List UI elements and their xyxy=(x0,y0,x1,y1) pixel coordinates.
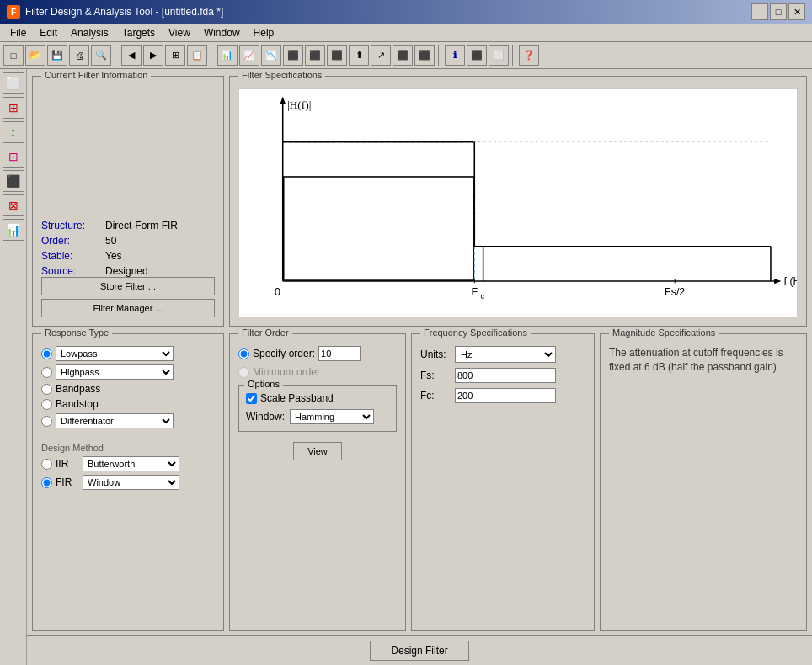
response-bandpass-radio[interactable] xyxy=(41,384,52,395)
tool-box1[interactable]: ⬛ xyxy=(467,45,487,66)
sidebar-icon-3[interactable]: ↕ xyxy=(3,121,24,143)
response-bandstop-radio[interactable] xyxy=(41,399,52,410)
menu-window[interactable]: Window xyxy=(197,25,247,40)
mag-spec-title: Magnitude Specifications xyxy=(609,327,719,338)
left-sidebar: ⬜ ⊞ ↕ ⊡ ⬛ ⊠ 📊 xyxy=(0,69,27,665)
units-select[interactable]: Hz kHz MHz Normalized xyxy=(455,346,556,363)
tool-find[interactable]: 🔍 xyxy=(91,45,111,66)
design-iir-select[interactable]: Butterworth xyxy=(83,456,179,471)
toolbar: □ 📂 💾 🖨 🔍 ◀ ▶ ⊞ 📋 📊 📈 📉 ⬛ ⬛ ⬛ ⬆ ↗ ⬛ ⬛ ℹ … xyxy=(0,42,812,69)
tool-chart7[interactable]: ⬆ xyxy=(349,45,369,66)
toolbar-sep-2 xyxy=(211,45,214,66)
tool-new[interactable]: □ xyxy=(3,45,24,66)
view-button[interactable]: View xyxy=(293,442,342,460)
tool-forward[interactable]: ▶ xyxy=(143,45,163,66)
toolbar-sep-4 xyxy=(512,45,516,66)
design-fir-row: FIR Window xyxy=(41,475,215,490)
response-lowpass-radio[interactable] xyxy=(41,348,52,359)
units-row: Units: Hz kHz MHz Normalized xyxy=(420,346,585,363)
response-differentiator-select[interactable]: Differentiator xyxy=(56,413,174,428)
sidebar-icon-6[interactable]: ⊠ xyxy=(3,194,24,216)
specify-order-input[interactable] xyxy=(318,346,361,361)
response-lowpass-select[interactable]: Lowpass xyxy=(56,346,174,361)
tool-info[interactable]: ℹ xyxy=(445,45,465,66)
filter-plot-svg: |H(f)| 0 F c Fs/2 f (Hz) xyxy=(239,89,797,317)
response-differentiator-radio[interactable] xyxy=(41,416,52,427)
fc-row: Fc: xyxy=(420,388,585,403)
design-fir-label: FIR xyxy=(56,476,79,488)
app-icon: F xyxy=(7,5,20,19)
design-iir-radio[interactable] xyxy=(41,459,52,470)
response-type-panel: Response Type Lowpass Highpass xyxy=(32,333,224,631)
title-controls[interactable]: — □ ✕ xyxy=(751,3,805,20)
toolbar-sep-1 xyxy=(115,45,118,66)
svg-text:|H(f)|: |H(f)| xyxy=(287,98,312,111)
fs-input[interactable] xyxy=(455,368,556,383)
response-bandpass-label: Bandpass xyxy=(56,383,100,395)
tool-chart5[interactable]: ⬛ xyxy=(305,45,325,66)
filter-spec-title: Filter Specifications xyxy=(238,70,325,80)
design-iir-row: IIR Butterworth xyxy=(41,456,215,471)
sidebar-icon-7[interactable]: 📊 xyxy=(3,219,24,241)
window-select[interactable]: Hamming Hanning Blackman Rectangular Bar… xyxy=(290,409,374,424)
filter-manager-button[interactable]: Filter Manager ... xyxy=(41,299,215,317)
tool-help[interactable]: ❓ xyxy=(519,45,539,66)
tool-chart6[interactable]: ⬛ xyxy=(327,45,347,66)
title-bar-left: F Filter Design & Analysis Tool - [untit… xyxy=(7,5,223,19)
sidebar-icon-2[interactable]: ⊞ xyxy=(3,97,24,119)
menu-file[interactable]: File xyxy=(3,25,33,40)
response-highpass-radio[interactable] xyxy=(41,367,52,378)
svg-text:c: c xyxy=(481,292,485,301)
maximize-button[interactable]: □ xyxy=(770,3,787,20)
fc-input[interactable] xyxy=(455,388,556,403)
tool-print[interactable]: 🖨 xyxy=(69,45,89,66)
tool-chart3[interactable]: 📉 xyxy=(261,45,281,66)
order-label: Order: xyxy=(41,235,100,247)
tool-chart1[interactable]: 📊 xyxy=(217,45,238,66)
tool-chart10[interactable]: ⬛ xyxy=(414,45,435,66)
filter-info-panel: Current Filter Information Structure: Di… xyxy=(32,76,224,327)
tool-clip[interactable]: 📋 xyxy=(187,45,207,66)
source-value: Designed xyxy=(105,265,148,277)
tool-save[interactable]: 💾 xyxy=(47,45,67,66)
filter-row-structure: Structure: Direct-Form FIR xyxy=(41,220,215,231)
svg-text:0: 0 xyxy=(275,286,280,298)
design-fir-select[interactable]: Window xyxy=(83,475,179,490)
response-differentiator-row: Differentiator xyxy=(41,413,215,428)
svg-marker-3 xyxy=(774,279,781,284)
menu-edit[interactable]: Edit xyxy=(33,25,64,40)
minimum-order-radio[interactable] xyxy=(238,367,249,378)
menu-help[interactable]: Help xyxy=(247,25,281,40)
design-fir-radio[interactable] xyxy=(41,477,52,488)
specify-order-label: Specify order: xyxy=(253,348,315,359)
filter-row-stable: Stable: Yes xyxy=(41,250,215,262)
tool-box2[interactable]: ⬜ xyxy=(489,45,509,66)
tool-chart8[interactable]: ↗ xyxy=(371,45,391,66)
close-button[interactable]: ✕ xyxy=(788,3,805,20)
menu-analysis[interactable]: Analysis xyxy=(64,25,115,40)
sidebar-icon-4[interactable]: ⊡ xyxy=(3,146,24,168)
tool-chart4[interactable]: ⬛ xyxy=(283,45,303,66)
tool-open[interactable]: 📂 xyxy=(25,45,45,66)
response-lowpass-row: Lowpass xyxy=(41,346,215,361)
filter-spec-panel: Filter Specifications |H(f)| xyxy=(229,76,807,327)
menu-targets[interactable]: Targets xyxy=(115,25,162,40)
minimize-button[interactable]: — xyxy=(751,3,768,20)
toolbar-sep-3 xyxy=(438,45,441,66)
mag-spec-panel: Magnitude Specifications The attenuation… xyxy=(600,333,807,631)
tool-chart2[interactable]: 📈 xyxy=(239,45,259,66)
specify-order-radio[interactable] xyxy=(238,348,249,359)
tool-zoom[interactable]: ⊞ xyxy=(165,45,185,66)
stable-label: Stable: xyxy=(41,250,100,262)
tool-chart9[interactable]: ⬛ xyxy=(393,45,413,66)
sidebar-icon-1[interactable]: ⬜ xyxy=(3,72,24,94)
svg-rect-13 xyxy=(284,177,473,280)
scale-passband-checkbox[interactable] xyxy=(246,393,257,404)
filter-plot-area: |H(f)| 0 F c Fs/2 f (Hz) xyxy=(238,88,798,317)
menu-view[interactable]: View xyxy=(162,25,197,40)
response-highpass-select[interactable]: Highpass xyxy=(56,364,174,380)
tool-back[interactable]: ◀ xyxy=(121,45,142,66)
store-filter-button[interactable]: Store Filter ... xyxy=(41,277,215,295)
sidebar-icon-5[interactable]: ⬛ xyxy=(3,170,24,192)
design-filter-button[interactable]: Design Filter xyxy=(370,641,468,661)
